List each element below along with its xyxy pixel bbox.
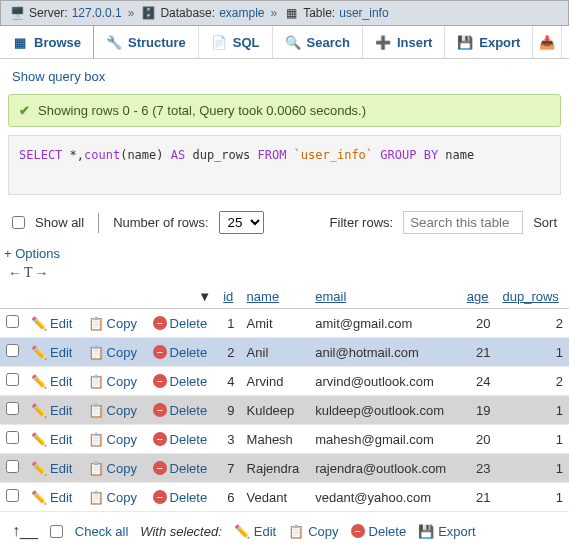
col-id[interactable]: id	[217, 285, 240, 309]
copy-link[interactable]: 📋Copy	[88, 461, 137, 476]
cell-email: amit@gmail.com	[309, 309, 461, 338]
export-icon: 💾	[418, 524, 434, 539]
delete-link[interactable]: −Delete	[153, 316, 208, 331]
col-age[interactable]: age	[461, 285, 497, 309]
row-checkbox[interactable]	[6, 315, 19, 328]
sort-label: Sort	[533, 215, 557, 230]
tab-search[interactable]: 🔍Search	[273, 26, 363, 58]
table-row[interactable]: ✏️Edit📋Copy−Delete9Kuldeepkuldeep@outloo…	[0, 396, 569, 425]
edit-link[interactable]: ✏️Edit	[31, 461, 72, 476]
table-link[interactable]: user_info	[339, 6, 388, 20]
delete-link[interactable]: −Delete	[153, 374, 208, 389]
tab-more[interactable]: 📥	[533, 26, 562, 58]
cell-age: 20	[461, 309, 497, 338]
tab-sql[interactable]: 📄SQL	[199, 26, 273, 58]
table-row[interactable]: ✏️Edit📋Copy−Delete3Maheshmahesh@gmail.co…	[0, 425, 569, 454]
check-all-checkbox[interactable]	[50, 525, 63, 538]
arrow-left-icon[interactable]: ←	[8, 265, 22, 281]
search-icon: 🔍	[285, 34, 301, 50]
cell-id: 6	[217, 483, 240, 512]
delete-link[interactable]: −Delete	[153, 432, 208, 447]
tab-browse[interactable]: ▦Browse	[0, 26, 94, 58]
show-all-checkbox[interactable]	[12, 216, 25, 229]
cell-email: vedant@yahoo.com	[309, 483, 461, 512]
cell-dup-rows: 1	[496, 425, 569, 454]
options-toggle[interactable]: + Options	[4, 246, 60, 261]
search-input[interactable]	[403, 211, 523, 234]
sql-keyword: SELECT	[19, 148, 62, 162]
col-name[interactable]: name	[241, 285, 310, 309]
sql-text: (name)	[120, 148, 171, 162]
table-row[interactable]: ✏️Edit📋Copy−Delete1Amitamit@gmail.com202	[0, 309, 569, 338]
filter-label: Filter rows:	[330, 215, 394, 230]
delete-link[interactable]: −Delete	[153, 490, 208, 505]
tab-label: Search	[307, 35, 350, 50]
delete-link[interactable]: −Delete	[153, 461, 208, 476]
bulk-export[interactable]: 💾Export	[418, 524, 476, 539]
cell-dup-rows: 1	[496, 396, 569, 425]
edit-link[interactable]: ✏️Edit	[31, 432, 72, 447]
chevron-down-icon[interactable]: ▼	[198, 289, 211, 304]
row-checkbox[interactable]	[6, 373, 19, 386]
copy-link[interactable]: 📋Copy	[88, 490, 137, 505]
arrow-right-icon[interactable]: →	[35, 265, 49, 281]
sort-direction-controls: ←T→	[0, 263, 569, 285]
sql-keyword: GROUP BY	[380, 148, 438, 162]
server-link[interactable]: 127.0.0.1	[72, 6, 122, 20]
show-all-label: Show all	[35, 215, 84, 230]
bulk-edit[interactable]: ✏️Edit	[234, 524, 276, 539]
table-label: Table:	[303, 6, 335, 20]
tab-label: Export	[479, 35, 520, 50]
copy-icon: 📋	[88, 432, 104, 447]
db-link[interactable]: example	[219, 6, 264, 20]
bulk-copy[interactable]: 📋Copy	[288, 524, 338, 539]
row-checkbox[interactable]	[6, 402, 19, 415]
tab-insert[interactable]: ➕Insert	[363, 26, 445, 58]
row-checkbox[interactable]	[6, 431, 19, 444]
tab-export[interactable]: 💾Export	[445, 26, 533, 58]
pencil-icon: ✏️	[31, 490, 47, 505]
edit-link[interactable]: ✏️Edit	[31, 345, 72, 360]
num-rows-select[interactable]: 25	[219, 211, 264, 234]
copy-link[interactable]: 📋Copy	[88, 432, 137, 447]
show-query-box-link[interactable]: Show query box	[12, 69, 105, 84]
table-row[interactable]: ✏️Edit📋Copy−Delete7Rajendrarajendra@outl…	[0, 454, 569, 483]
cell-email: arvind@outlook.com	[309, 367, 461, 396]
delete-link[interactable]: −Delete	[153, 345, 208, 360]
row-checkbox[interactable]	[6, 344, 19, 357]
query-box-toggle: Show query box	[0, 59, 569, 94]
results-table: ▼ id name email age dup_rows ✏️Edit📋Copy…	[0, 285, 569, 512]
check-all-link[interactable]: Check all	[75, 524, 128, 539]
separator: »	[128, 6, 135, 20]
copy-link[interactable]: 📋Copy	[88, 403, 137, 418]
cell-email: kuldeep@outlook.com	[309, 396, 461, 425]
table-row[interactable]: ✏️Edit📋Copy−Delete6Vedantvedant@yahoo.co…	[0, 483, 569, 512]
delete-link[interactable]: −Delete	[153, 403, 208, 418]
edit-link[interactable]: ✏️Edit	[31, 490, 72, 505]
edit-link[interactable]: ✏️Edit	[31, 316, 72, 331]
database-icon: 🗄️	[140, 5, 156, 21]
tab-label: Browse	[34, 35, 81, 50]
bulk-delete[interactable]: −Delete	[351, 524, 407, 539]
cell-dup-rows: 1	[496, 338, 569, 367]
sort-t-icon[interactable]: T	[24, 265, 33, 281]
edit-link[interactable]: ✏️Edit	[31, 403, 72, 418]
col-dup-rows[interactable]: dup_rows	[496, 285, 569, 309]
delete-icon: −	[153, 432, 167, 446]
tab-label: Structure	[128, 35, 186, 50]
server-label: Server:	[29, 6, 68, 20]
row-checkbox[interactable]	[6, 489, 19, 502]
copy-link[interactable]: 📋Copy	[88, 316, 137, 331]
num-rows-label: Number of rows:	[113, 215, 208, 230]
copy-link[interactable]: 📋Copy	[88, 374, 137, 389]
structure-icon: 🔧	[106, 34, 122, 50]
col-email[interactable]: email	[309, 285, 461, 309]
row-checkbox[interactable]	[6, 460, 19, 473]
tab-structure[interactable]: 🔧Structure	[94, 26, 199, 58]
copy-link[interactable]: 📋Copy	[88, 345, 137, 360]
table-row[interactable]: ✏️Edit📋Copy−Delete4Arvindarvind@outlook.…	[0, 367, 569, 396]
pencil-icon: ✏️	[31, 316, 47, 331]
table-row[interactable]: ✏️Edit📋Copy−Delete2Anilanil@hotmail.com2…	[0, 338, 569, 367]
edit-link[interactable]: ✏️Edit	[31, 374, 72, 389]
cell-id: 7	[217, 454, 240, 483]
